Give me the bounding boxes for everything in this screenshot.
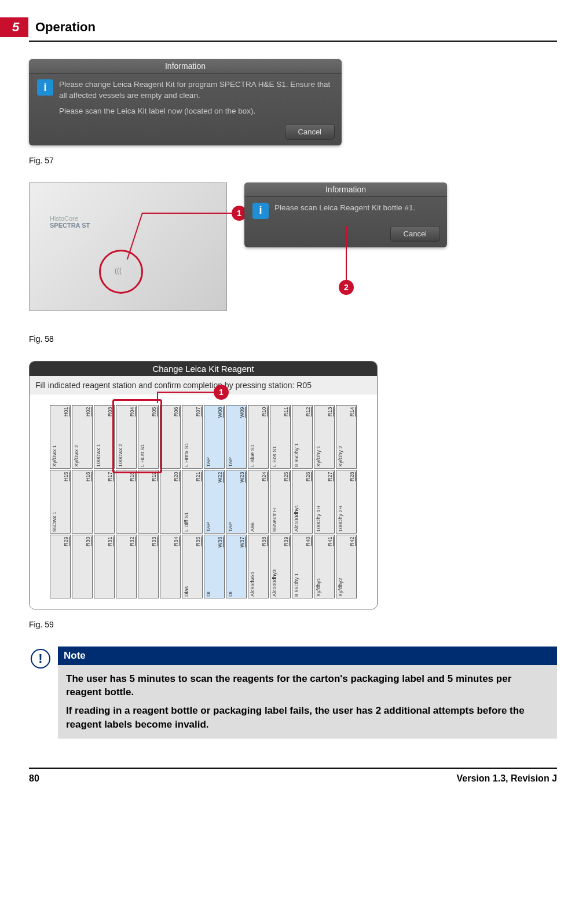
station-R40[interactable]: 8 95Dhy 1R40 <box>292 535 313 598</box>
station-W36[interactable]: DIW36 <box>204 535 225 598</box>
note-title: Note <box>58 647 557 665</box>
station-R04[interactable]: 100Dwx 2R04 <box>116 405 137 469</box>
station-R05[interactable]: L HLst S1R05 <box>138 405 159 469</box>
station-R20[interactable]: R20 <box>160 470 181 534</box>
dialog-text: Please change Leica Reagent Kit for prog… <box>59 79 334 117</box>
page-header: 5 Operation <box>29 17 557 42</box>
station-R31[interactable]: R31 <box>94 535 115 598</box>
rfid-scanner-circle: ((( <box>99 250 143 294</box>
station-R39[interactable]: Alc100dhy3R39 <box>270 535 291 598</box>
leader-line-fig59 <box>157 392 215 393</box>
callout-badge-fig59: 1 <box>214 385 229 400</box>
station-H01[interactable]: Xy/Dwx 1H01 <box>50 405 71 469</box>
station-grid: Xy/Dwx 1H0195Dwx 1H15R29Xy/Dwx 2H02H16R3… <box>30 395 377 609</box>
station-R24[interactable]: A96R24 <box>248 470 269 534</box>
station-R18[interactable]: R18 <box>116 470 137 534</box>
station-R29[interactable]: R29 <box>50 535 71 598</box>
station-W22[interactable]: TAPW22 <box>204 470 225 534</box>
note-block: ! Note The user has 5 minutes to scan th… <box>29 647 557 739</box>
fig57-dialog: Information i Please change Leica Reagen… <box>29 59 342 145</box>
dialog-line1: Please change Leica Reagent Kit for prog… <box>59 79 334 101</box>
leader-line-1 <box>142 213 232 214</box>
note-body: The user has 5 minutes to scan the reage… <box>58 665 557 739</box>
reagent-panel-title: Change Leica Kit Reagent <box>30 361 377 376</box>
station-R25[interactable]: 95Neutr HR25 <box>270 470 291 534</box>
station-R19[interactable]: R19 <box>138 470 159 534</box>
station-H15[interactable]: 95Dwx 1H15 <box>50 470 71 534</box>
station-R32[interactable]: R32 <box>116 535 137 598</box>
chapter-title: Operation <box>35 20 96 35</box>
note-icon: ! <box>31 649 50 669</box>
leader-line-fig59b <box>157 392 158 403</box>
info-icon: i <box>252 203 269 219</box>
device-brand-label: HistoCore SPECTRA ST <box>50 215 90 229</box>
station-R03[interactable]: 100Dwx 1R03 <box>94 405 115 469</box>
station-R12[interactable]: 8 95Dhy 1R12 <box>292 405 313 469</box>
station-R13[interactable]: Xy/Dhy 1R13 <box>314 405 335 469</box>
dialog-text: Please scan Leica Reagent Kit bottle #1. <box>274 203 415 219</box>
station-R35[interactable]: DiasR35 <box>182 535 203 598</box>
reagent-panel: Change Leica Kit Reagent Fill indicated … <box>29 361 378 609</box>
station-R30[interactable]: R30 <box>72 535 93 598</box>
station-R07[interactable]: L Hmtx S1R07 <box>182 405 203 469</box>
station-R38[interactable]: Alc96dwx1R38 <box>248 535 269 598</box>
leader-line-2 <box>346 226 347 281</box>
callout-badge-2: 2 <box>339 280 354 295</box>
station-R33[interactable]: R33 <box>138 535 159 598</box>
station-R42[interactable]: Xy/dhy2R42 <box>336 535 357 598</box>
station-R26[interactable]: Alc100dhy1R26 <box>292 470 313 534</box>
station-W08[interactable]: TAPW08 <box>204 405 225 469</box>
rfid-icon: ((( <box>115 266 122 275</box>
station-R21[interactable]: L Diff S1R21 <box>182 470 203 534</box>
device-photo: HistoCore SPECTRA ST ((( <box>29 182 227 311</box>
fig57-caption: Fig. 57 <box>29 156 557 165</box>
info-icon: i <box>37 79 53 96</box>
version-label: Version 1.3, Revision J <box>457 773 557 784</box>
fig58-caption: Fig. 58 <box>29 334 557 344</box>
station-R27[interactable]: 100Dhy 1HR27 <box>314 470 335 534</box>
page-number: 80 <box>29 773 39 784</box>
note-p1: The user has 5 minutes to scan the reage… <box>66 672 549 700</box>
station-R41[interactable]: Xy/dhy1R41 <box>314 535 335 598</box>
station-W09[interactable]: TAPW09 <box>226 405 247 469</box>
station-W37[interactable]: DIW37 <box>226 535 247 598</box>
station-H02[interactable]: Xy/Dwx 2H02 <box>72 405 93 469</box>
cancel-button[interactable]: Cancel <box>285 124 335 140</box>
station-R34[interactable]: R34 <box>160 535 181 598</box>
station-W23[interactable]: TAPW23 <box>226 470 247 534</box>
fig59-caption: Fig. 59 <box>29 620 557 629</box>
station-R17[interactable]: R17 <box>94 470 115 534</box>
station-H16[interactable]: H16 <box>72 470 93 534</box>
station-R28[interactable]: 100Dhy 2HR28 <box>336 470 357 534</box>
station-R06[interactable]: R06 <box>160 405 181 469</box>
dialog-line2: Please scan the Leica Kit label now (loc… <box>59 106 334 117</box>
dialog-title: Information <box>29 59 342 74</box>
page-footer: 80 Version 1.3, Revision J <box>29 768 557 784</box>
station-R10[interactable]: L Blue S1R10 <box>248 405 269 469</box>
chapter-number-badge: 5 <box>0 17 28 37</box>
fig58-row: HistoCore SPECTRA ST ((( 1 Information i… <box>29 182 557 311</box>
dialog-title: Information <box>244 182 447 197</box>
cancel-button[interactable]: Cancel <box>390 226 440 242</box>
station-R14[interactable]: Xy/Dhy 2R14 <box>336 405 357 469</box>
station-R11[interactable]: L Eos S1R11 <box>270 405 291 469</box>
note-p2: If reading in a reagent bottle or packag… <box>66 704 549 732</box>
